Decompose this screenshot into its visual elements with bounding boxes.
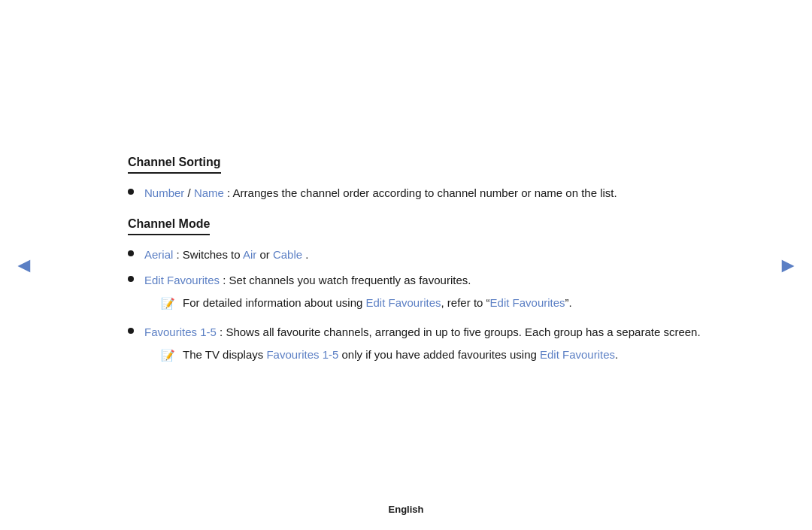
note-text-2: The TV displays Favourites 1-5 only if y…: [183, 346, 714, 364]
fav-1-5-note: 📝 The TV displays Favourites 1-5 only if…: [161, 346, 714, 365]
bullet-dot: [128, 328, 134, 334]
note-text: For detailed information about using Edi…: [183, 294, 714, 312]
edit-fav-note: 📝 For detailed information about using E…: [161, 294, 714, 313]
fav-1-5-desc: : Shows all favourite channels, arranged…: [220, 326, 701, 338]
bullet-dot: [128, 276, 134, 282]
edit-favourites-note-link1[interactable]: Edit Favourites: [365, 296, 441, 309]
channel-sorting-item-text: Number / Name : Arranges the channel ord…: [144, 184, 714, 202]
aerial-end: .: [305, 248, 308, 261]
aerial-or: or: [259, 248, 273, 261]
fav-1-5-note-link1[interactable]: Favourites 1-5: [266, 348, 338, 361]
name-link[interactable]: Name: [194, 186, 224, 199]
content-area: Channel Sorting Number / Name : Arranges…: [83, 133, 729, 398]
edit-favourites-link[interactable]: Edit Favourites: [144, 274, 220, 286]
aerial-link[interactable]: Aerial: [144, 248, 173, 261]
edit-favourites-note-link2[interactable]: Edit Favourites: [490, 296, 565, 309]
nav-arrow-left[interactable]: ◄: [14, 253, 35, 277]
bullet-dot: [128, 250, 134, 256]
edit-fav-item-text: Edit Favourites : Set channels you watch…: [144, 271, 714, 316]
channel-sorting-list: Number / Name : Arranges the channel ord…: [128, 184, 714, 202]
page-container: ◄ ► Channel Sorting Number / Name : Arra…: [0, 0, 812, 530]
aerial-item-text: Aerial : Switches to Air or Cable .: [144, 246, 714, 264]
note-icon: 📝: [161, 295, 175, 313]
bullet-dot: [128, 189, 134, 195]
edit-fav-note-link3[interactable]: Edit Favourites: [540, 348, 615, 361]
footer-language: English: [389, 504, 424, 515]
list-item: Number / Name : Arranges the channel ord…: [128, 184, 714, 202]
channel-mode-section: Channel Mode Aerial : Switches to Air or…: [128, 217, 714, 368]
list-item: Aerial : Switches to Air or Cable .: [128, 246, 714, 264]
note-icon-2: 📝: [161, 347, 175, 365]
nav-arrow-right[interactable]: ►: [777, 253, 798, 277]
edit-fav-desc: : Set channels you watch frequently as f…: [223, 274, 471, 286]
separator: /: [188, 186, 194, 199]
fav-1-5-item-text: Favourites 1-5 : Shows all favourite cha…: [144, 323, 714, 368]
cable-link[interactable]: Cable: [273, 248, 302, 261]
number-link[interactable]: Number: [144, 186, 184, 199]
channel-mode-list: Aerial : Switches to Air or Cable . Edit…: [128, 246, 714, 368]
channel-sorting-heading: Channel Sorting: [128, 156, 221, 174]
list-item: Favourites 1-5 : Shows all favourite cha…: [128, 323, 714, 368]
favourites-1-5-link[interactable]: Favourites 1-5: [144, 326, 217, 338]
list-item: Edit Favourites : Set channels you watch…: [128, 271, 714, 316]
channel-mode-heading: Channel Mode: [128, 217, 210, 235]
aerial-desc: : Switches to: [177, 248, 243, 261]
air-link[interactable]: Air: [243, 248, 256, 261]
channel-sorting-desc: : Arranges the channel order according t…: [227, 186, 617, 199]
channel-sorting-section: Channel Sorting Number / Name : Arranges…: [128, 156, 714, 202]
